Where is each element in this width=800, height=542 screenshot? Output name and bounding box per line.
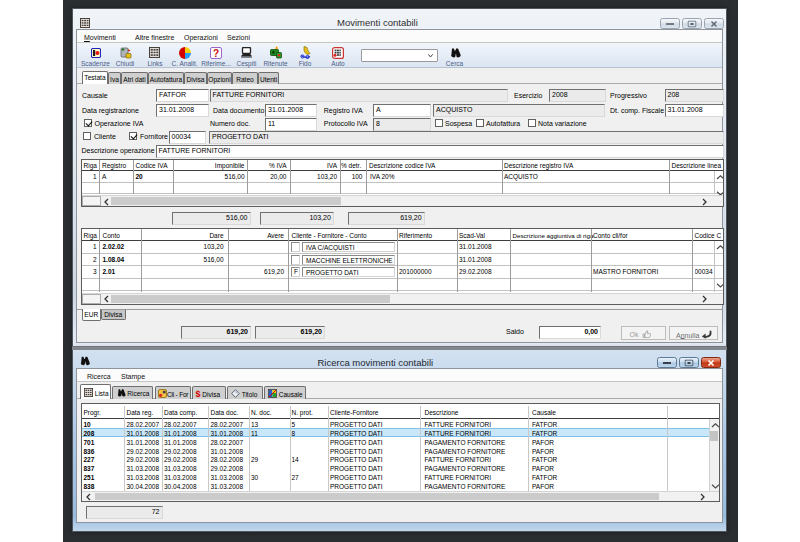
svg-text:?: ? bbox=[213, 47, 219, 58]
